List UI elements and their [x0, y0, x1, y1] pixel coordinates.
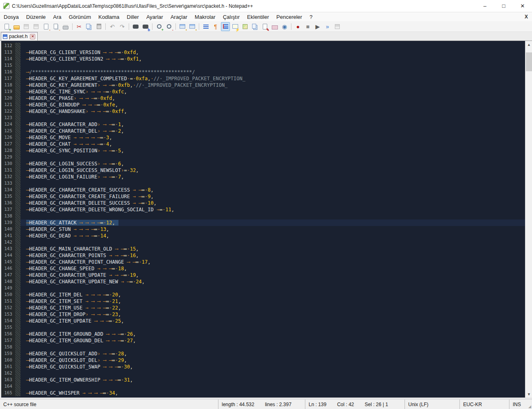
bookmark-margin[interactable] [15, 75, 20, 82]
code-line-155[interactable]: 155 [1, 324, 525, 331]
code-line-152[interactable]: 152⟶HEADER_GC_ITEM_USE → ⟶ ⟶ ⟶=·22, [1, 305, 525, 311]
bookmark-margin[interactable] [15, 167, 20, 174]
code-line-123[interactable]: 123 [1, 115, 525, 121]
code-line-153[interactable]: 153⟶HEADER_GC_ITEM_DROP› ⟶ ⟶ ⟶=·23, [1, 311, 525, 318]
code-text[interactable]: ⟶HEADER_GC_CHARACTER_DELETE_SUCCESS → ⟶=… [20, 200, 525, 206]
tab-close-icon[interactable]: ✕ [30, 34, 35, 39]
code-text[interactable] [20, 180, 525, 187]
bookmark-margin[interactable] [15, 95, 20, 102]
vertical-scrollbar[interactable]: ▲ ▼ [525, 41, 532, 398]
code-line-165[interactable]: 165⟶HEADER_GC_WHISPER → ⟶ ⟶ ⟶=·34, [1, 390, 525, 396]
code-line-141[interactable]: 141⟶HEADER_GC_DEAD → ⟶ ⟶ ⟶=·14, [1, 233, 525, 239]
code-line-144[interactable]: 144⟶HEADER_GC_CHARACTER_POINTS → ⟶ ⟶=·16… [1, 252, 525, 259]
code-line-122[interactable]: 122⟶HEADER_GC_HANDSHAKE› ⟶ ⟶ ⟶=·0xff, [1, 108, 525, 115]
bookmark-margin[interactable] [15, 147, 20, 154]
bookmark-margin[interactable] [15, 350, 20, 357]
macro-save-icon[interactable] [333, 22, 342, 31]
bookmark-margin[interactable] [15, 265, 20, 272]
zoom-out-icon[interactable]: - [164, 22, 173, 31]
bookmark-margin[interactable] [15, 62, 20, 69]
code-line-118[interactable]: 118⟶HEADER_GC_KEY_AGREEMENT› ⟶ ⟶=·0xfb,·… [1, 82, 525, 88]
bookmark-margin[interactable] [15, 311, 20, 318]
bookmark-margin[interactable] [15, 88, 20, 95]
code-text[interactable]: ⟶HEADER_GC_ITEM_DROP› ⟶ ⟶ ⟶=·23, [20, 311, 525, 318]
document-switcher-icon[interactable] [250, 22, 259, 31]
code-line-126[interactable]: 126⟶HEADER_GC_MOVE → ⟶ ⟶ ⟶ ⟶=·3, [1, 134, 525, 141]
code-text[interactable]: ⟶HEADER_GC_HANDSHAKE› ⟶ ⟶ ⟶=·0xff, [20, 108, 525, 115]
code-text[interactable]: ⟶HEADER_GC_TIME_SYNC› ⟶ ⟶ ⟶=·0xfc, [20, 88, 525, 95]
code-line-163[interactable]: 163⟶HEADER_GC_ITEM_OWNERSHIP ⟶ ⟶ ⟶=·31, [1, 377, 525, 383]
code-text[interactable] [20, 115, 525, 121]
code-text[interactable]: ⟶HEADER_GC_SYNC_POSITION› ⟶ ⟶=·5, [20, 147, 525, 154]
code-text[interactable]: ⟶HEADER_GC_WHISPER → ⟶ ⟶ ⟶=·34, [20, 390, 525, 396]
code-text[interactable] [20, 324, 525, 331]
code-line-158[interactable]: 158 [1, 344, 525, 350]
close-file-icon[interactable]: - [41, 22, 50, 31]
menu-gorunum[interactable]: Görünüm [65, 13, 95, 21]
bookmark-margin[interactable] [15, 390, 20, 396]
code-line-121[interactable]: 121⟶HEADER_GC_BINDUDP ⟶ ⟶ ⟶=·0xfe, [1, 102, 525, 108]
indent-guide-icon[interactable] [221, 22, 230, 31]
code-text[interactable]: ⟶HEADER_CG_CLIENT_VERSION ⟶ ⟶ ⟶=·0xfd, [20, 49, 525, 56]
code-text[interactable]: ⟶HEADER_GC_CHARACTER_DELETE_WRONG_SOCIAL… [20, 206, 525, 213]
bookmark-margin[interactable] [15, 318, 20, 324]
scroll-up-icon[interactable]: ▲ [525, 41, 532, 48]
code-text[interactable]: ⟶HEADER_GC_ITEM_OWNERSHIP ⟶ ⟶ ⟶=·31, [20, 377, 525, 383]
code-text[interactable]: ⟶HEADER_CG_CLIENT_VERSION2 ⟶ ⟶ ⟶=·0xf1, [20, 56, 525, 62]
code-text[interactable]: ⟶HEADER_GC_ATTACK ⟶ ⟶ ⟶ ⟶=·12, [20, 219, 525, 226]
sync-horizontal-scroll-icon[interactable]: ▪ [188, 22, 197, 31]
bookmark-margin[interactable] [15, 337, 20, 344]
code-line-161[interactable]: 161⟶HEADER_GC_QUICKSLOT_SWAP ⟶ ⟶ ⟶=·30, [1, 364, 525, 370]
find-icon[interactable] [131, 22, 140, 31]
code-line-130[interactable]: 130⟶HEADER_GC_LOGIN_SUCCESS› ⟶ ⟶=·6, [1, 160, 525, 167]
user-defined-dialog-icon[interactable]: ⚡ [231, 22, 240, 31]
code-line-131[interactable]: 131⟶HEADER_GC_LOGIN_SUCCESS_NEWSLOT›=·32… [1, 167, 525, 174]
code-line-139[interactable]: 139⟶HEADER_GC_ATTACK ⟶ ⟶ ⟶ ⟶=·12, [1, 219, 525, 226]
code-line-137[interactable]: 137⟶HEADER_GC_CHARACTER_DELETE_WRONG_SOC… [1, 206, 525, 213]
code-line-133[interactable]: 133 [1, 180, 525, 187]
macro-run-multiple-icon[interactable]: » [323, 22, 332, 31]
code-text[interactable]: ⟶HEADER_GC_LOGIN_FAILURE› ⟶ ⟶=·7, [20, 174, 525, 180]
bookmark-margin[interactable] [15, 259, 20, 265]
code-text[interactable]: ⟶HEADER_GC_CHARACTER_CREATE_SUCCESS → ⟶=… [20, 187, 525, 193]
bookmark-margin[interactable] [15, 226, 20, 233]
code-line-135[interactable]: 135⟶HEADER_GC_CHARACTER_CREATE_FAILURE →… [1, 193, 525, 200]
macro-stop-icon[interactable]: ■ [303, 22, 312, 31]
status-encoding[interactable]: EUC-KR [460, 400, 509, 409]
bookmark-margin[interactable] [15, 82, 20, 88]
code-line-116[interactable]: 116⟶/***********************************… [1, 69, 525, 75]
code-text[interactable]: ⟶HEADER_GC_CHARACTER_DEL› ⟶ ⟶=·2, [20, 128, 525, 134]
word-wrap-icon[interactable] [201, 22, 210, 31]
bookmark-margin[interactable] [15, 370, 20, 377]
code-line-156[interactable]: 156⟶HEADER_GC_ITEM_GROUND_ADD ⟶ ⟶ ⟶=·26, [1, 331, 525, 337]
code-text[interactable] [20, 285, 525, 291]
open-file-icon[interactable] [12, 22, 21, 31]
macro-play-icon[interactable]: ▶ [313, 22, 322, 31]
bookmark-margin[interactable] [15, 200, 20, 206]
bookmark-margin[interactable] [15, 239, 20, 246]
code-line-117[interactable]: 117⟶HEADER_GC_KEY_AGREEMENT_COMPLETED·=·… [1, 75, 525, 82]
code-text[interactable]: ⟶HEADER_GC_ITEM_UPDATE ⟶ ⟶ ⟶=·25, [20, 318, 525, 324]
bookmark-margin[interactable] [15, 121, 20, 128]
code-line-140[interactable]: 140⟶HEADER_GC_STUN → ⟶ ⟶ ⟶=·13, [1, 226, 525, 233]
code-text[interactable]: ⟶HEADER_GC_STUN → ⟶ ⟶ ⟶=·13, [20, 226, 525, 233]
bookmark-margin[interactable] [15, 298, 20, 305]
bookmark-margin[interactable] [15, 128, 20, 134]
bookmark-margin[interactable] [15, 219, 20, 226]
bookmark-margin[interactable] [15, 134, 20, 141]
code-text[interactable]: ⟶HEADER_GC_ITEM_USE → ⟶ ⟶ ⟶=·22, [20, 305, 525, 311]
code-line-164[interactable]: 164 [1, 383, 525, 390]
code-line-129[interactable]: 129 [1, 154, 525, 160]
code-text[interactable] [20, 62, 525, 69]
paste-icon[interactable] [94, 22, 103, 31]
menu-help[interactable]: ? [306, 13, 316, 21]
code-text[interactable] [20, 370, 525, 377]
scroll-down-icon[interactable]: ▼ [525, 391, 532, 398]
code-line-132[interactable]: 132⟶HEADER_GC_LOGIN_FAILURE› ⟶ ⟶=·7, [1, 174, 525, 180]
tab-packet-h[interactable]: packet.h ✕ [1, 32, 38, 41]
code-text[interactable]: ⟶HEADER_GC_ITEM_GROUND_ADD ⟶ ⟶ ⟶=·26, [20, 331, 525, 337]
bookmark-margin[interactable] [15, 344, 20, 350]
new-file-icon[interactable]: + [2, 22, 11, 31]
menu-araclar[interactable]: Araçlar [167, 13, 191, 21]
bookmark-margin[interactable] [15, 206, 20, 213]
